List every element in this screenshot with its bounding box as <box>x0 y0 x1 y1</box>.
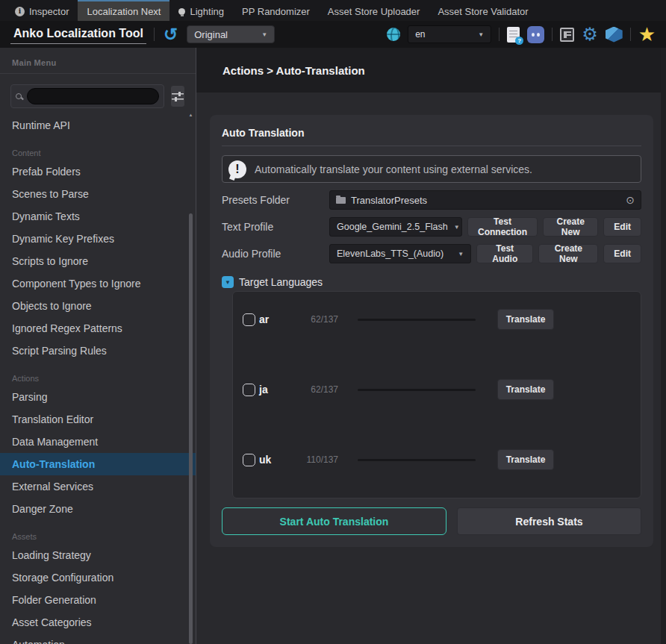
tab-asset-store-validator[interactable]: Asset Store Validator <box>429 0 537 21</box>
sidebar-item-data-management[interactable]: Data Management <box>0 431 196 453</box>
language-dropdown-value: en <box>415 29 425 40</box>
scrollbar-thumb[interactable] <box>189 213 193 644</box>
audio-profile-buttons: Test Audio Create New Edit <box>476 244 641 263</box>
edit-text-profile-button[interactable]: Edit <box>603 217 641 237</box>
translate-button-uk[interactable]: Translate <box>497 449 554 470</box>
sidebar-item-ignored-regex-patterns[interactable]: Ignored Regex Patterns <box>0 317 196 340</box>
scroll-up-icon[interactable]: ▲ <box>188 112 193 118</box>
main-scrollbar[interactable] <box>661 48 666 644</box>
refresh-stats-button[interactable]: Refresh Stats <box>457 507 641 535</box>
discord-icon[interactable] <box>527 26 544 43</box>
main-panel: Actions > Auto-Translation Auto Translat… <box>196 48 666 644</box>
language-dropdown[interactable]: en ▼ <box>408 25 491 43</box>
chevron-down-icon: ▼ <box>458 251 464 257</box>
presets-folder-row: Presets Folder TranslatorPresets ⊙ <box>222 190 641 210</box>
checkbox-ja[interactable] <box>243 384 255 396</box>
auto-translation-card: Auto Translation ! Automatically transla… <box>210 115 653 547</box>
foldout-arrow-icon[interactable]: ▼ <box>222 276 234 288</box>
sidebar: Main Menu Runtime API Content Prefab Fol… <box>0 48 196 644</box>
sidebar-item-folder-generation[interactable]: Folder Generation <box>0 589 196 611</box>
start-auto-translation-button[interactable]: Start Auto Translation <box>222 507 446 535</box>
card-actions: Start Auto Translation Refresh Stats <box>222 507 641 535</box>
checkbox-uk[interactable] <box>243 454 255 466</box>
tool-header: Anko Localization Tool ↺ Original ▼ en ▼… <box>0 21 666 48</box>
sidebar-item-component-types-to-ignore[interactable]: Component Types to Ignore <box>0 272 196 295</box>
sidebar-item-runtime-api[interactable]: Runtime API <box>0 114 196 137</box>
favorite-star-icon[interactable]: ★ <box>638 25 656 44</box>
progress-bar <box>358 319 476 321</box>
sidebar-item-parsing[interactable]: Parsing <box>0 386 196 408</box>
documentation-icon[interactable]: ? <box>507 27 520 43</box>
header-icons: ? ⚙ ★ <box>507 25 656 44</box>
test-connection-button[interactable]: Test Connection <box>467 217 538 237</box>
sidebar-item-script-parsing-rules[interactable]: Script Parsing Rules <box>0 340 196 362</box>
editor-tab-bar: i Inspector Localization Next Lighting P… <box>0 0 666 21</box>
create-new-text-profile-button[interactable]: Create New <box>543 217 598 237</box>
sidebar-item-storage-configuration[interactable]: Storage Configuration <box>0 566 196 589</box>
sidebar-title: Main Menu <box>0 48 196 74</box>
sidebar-item-prefab-folders[interactable]: Prefab Folders <box>0 160 196 183</box>
target-languages-panel: ar 62/137 Translate ja 62/137 <box>232 291 641 498</box>
language-code: ja <box>259 384 287 396</box>
target-languages-foldout[interactable]: ▼ Target Languages <box>222 276 641 288</box>
sidebar-item-dynamic-texts[interactable]: Dynamic Texts <box>0 205 196 228</box>
audio-profile-label: Audio Profile <box>222 248 329 260</box>
sidebar-item-translation-editor[interactable]: Translation Editor <box>0 408 196 431</box>
tab-inspector[interactable]: i Inspector <box>6 0 78 21</box>
sidebar-scrollbar[interactable]: ▲ <box>188 112 193 644</box>
progress-count: 62/137 <box>287 314 338 325</box>
sidebar-item-loading-strategy[interactable]: Loading Strategy <box>0 544 196 566</box>
presets-folder-field[interactable]: TranslatorPresets ⊙ <box>329 190 641 210</box>
search-input[interactable] <box>27 88 159 104</box>
text-profile-value: Google_Gemini_2.5_Flash <box>337 222 448 232</box>
tab-label: Asset Store Uploader <box>328 6 420 17</box>
edit-audio-profile-button[interactable]: Edit <box>603 244 641 263</box>
layout-icon[interactable] <box>560 28 574 42</box>
tab-lighting[interactable]: Lighting <box>169 0 233 21</box>
bulb-icon <box>178 8 185 15</box>
sidebar-item-dynamic-key-prefixes[interactable]: Dynamic Key Prefixes <box>0 228 196 250</box>
sidebar-search-row <box>10 84 185 108</box>
sidebar-item-scripts-to-ignore[interactable]: Scripts to Ignore <box>0 250 196 272</box>
create-new-audio-profile-button[interactable]: Create New <box>538 244 598 263</box>
help-badge-icon: ? <box>515 37 523 45</box>
folder-icon <box>336 197 346 204</box>
tab-label: Lighting <box>190 6 224 17</box>
language-code: ar <box>259 313 287 325</box>
package-icon[interactable] <box>606 27 623 43</box>
tab-localization-next[interactable]: Localization Next <box>78 0 169 21</box>
gear-icon[interactable]: ⚙ <box>582 25 598 43</box>
object-picker-icon[interactable]: ⊙ <box>626 195 635 205</box>
test-audio-button[interactable]: Test Audio <box>476 244 533 263</box>
translate-button-ar[interactable]: Translate <box>497 309 554 330</box>
sidebar-item-auto-translation[interactable]: Auto-Translation <box>0 453 196 475</box>
translate-button-ja[interactable]: Translate <box>497 379 554 400</box>
anko-localization-tool-window: i Inspector Localization Next Lighting P… <box>0 0 666 644</box>
info-text: Automatically translate your content usi… <box>255 163 532 175</box>
sidebar-item-objects-to-ignore[interactable]: Objects to Ignore <box>0 295 196 317</box>
divider <box>552 28 553 41</box>
sidebar-item-automation[interactable]: Automation <box>0 634 196 644</box>
sidebar-section-actions: Actions <box>0 368 196 386</box>
sidebar-item-danger-zone[interactable]: Danger Zone <box>0 498 196 520</box>
tab-asset-store-uploader[interactable]: Asset Store Uploader <box>319 0 429 21</box>
progress-bar <box>358 389 476 391</box>
audio-profile-value: ElevenLabs_TTS_(Audio) <box>337 248 444 259</box>
sidebar-item-external-services[interactable]: External Services <box>0 475 196 498</box>
text-profile-dropdown[interactable]: Google_Gemini_2.5_Flash ▼ <box>329 217 462 237</box>
breadcrumb: Actions > Auto-Translation <box>222 64 365 77</box>
filter-button[interactable] <box>170 85 185 107</box>
tab-pp-randomizer[interactable]: PP Randomizer <box>233 0 319 21</box>
card-title: Auto Translation <box>222 127 641 146</box>
info-box: ! Automatically translate your content u… <box>222 155 641 183</box>
undo-icon[interactable]: ↺ <box>164 26 178 43</box>
checkbox-ar[interactable] <box>243 313 255 326</box>
language-code: uk <box>259 454 287 466</box>
audio-profile-dropdown[interactable]: ElevenLabs_TTS_(Audio) ▼ <box>329 244 471 263</box>
notice-bubble-icon: ! <box>228 160 246 178</box>
sidebar-item-asset-categories[interactable]: Asset Categories <box>0 611 196 634</box>
text-profile-buttons: Test Connection Create New Edit <box>467 217 641 237</box>
version-dropdown[interactable]: Original ▼ <box>187 25 275 43</box>
progress-count: 62/137 <box>287 384 338 395</box>
sidebar-item-scenes-to-parse[interactable]: Scenes to Parse <box>0 183 196 205</box>
